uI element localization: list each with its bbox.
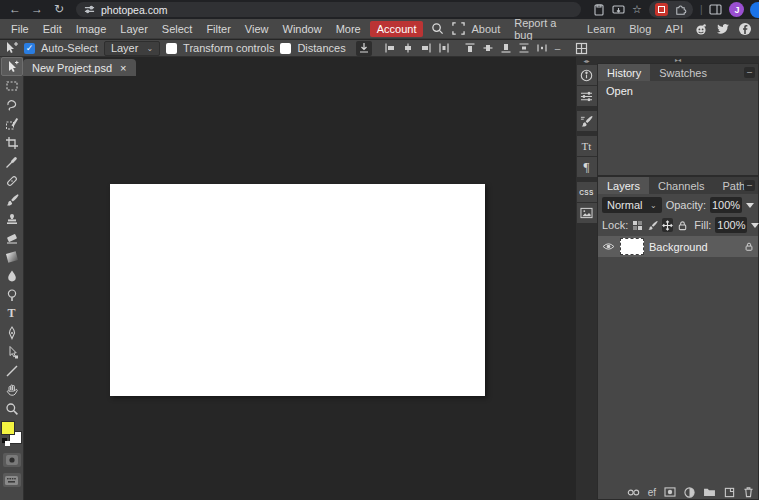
lasso-tool[interactable] bbox=[1, 95, 23, 114]
default-colors-white-icon[interactable] bbox=[5, 441, 10, 446]
align-to-selection-icon[interactable] bbox=[356, 41, 372, 56]
zoom-tool[interactable] bbox=[1, 399, 23, 418]
distribute-v-icon[interactable] bbox=[516, 41, 532, 56]
image-panel-icon[interactable] bbox=[577, 203, 597, 223]
move-tool[interactable] bbox=[1, 57, 23, 76]
menu-filter[interactable]: Filter bbox=[199, 23, 237, 35]
side-panel-icon[interactable] bbox=[709, 4, 722, 15]
address-bar[interactable]: photopea.com bbox=[76, 2, 581, 17]
grid-view-icon[interactable] bbox=[573, 41, 589, 56]
link-layers-icon[interactable] bbox=[627, 488, 640, 497]
brush-settings-panel-icon[interactable] bbox=[577, 111, 597, 131]
type-tool[interactable]: T bbox=[1, 304, 23, 323]
add-mask-icon[interactable] bbox=[664, 487, 676, 497]
blur-tool[interactable] bbox=[1, 266, 23, 285]
install-app-icon[interactable] bbox=[612, 4, 625, 16]
fullscreen-icon[interactable] bbox=[452, 22, 465, 35]
pen-tool[interactable] bbox=[1, 323, 23, 342]
layer-visibility-eye-icon[interactable] bbox=[602, 242, 615, 251]
lock-pixels-icon[interactable] bbox=[647, 218, 658, 232]
document-tab-close-icon[interactable]: × bbox=[120, 62, 126, 74]
browser-profile-avatar[interactable]: J bbox=[729, 2, 744, 17]
new-group-icon[interactable] bbox=[703, 487, 716, 497]
menu-select[interactable]: Select bbox=[155, 23, 200, 35]
search-icon[interactable] bbox=[431, 22, 444, 35]
quick-mask-button[interactable] bbox=[3, 453, 21, 467]
menu-blog[interactable]: Blog bbox=[623, 23, 657, 35]
adjustments-panel-icon[interactable] bbox=[577, 86, 597, 106]
layers-panel-minimize-button[interactable]: – bbox=[744, 180, 755, 191]
opacity-field[interactable]: 100% bbox=[710, 197, 742, 213]
color-swatches[interactable] bbox=[1, 421, 23, 447]
menu-report-bug[interactable]: Report a bug bbox=[508, 17, 579, 41]
align-center-v-icon[interactable] bbox=[480, 41, 496, 56]
eraser-tool[interactable] bbox=[1, 228, 23, 247]
site-settings-icon[interactable] bbox=[84, 4, 95, 15]
tab-channels[interactable]: Channels bbox=[649, 177, 713, 194]
dodge-tool[interactable] bbox=[1, 285, 23, 304]
twitter-icon[interactable] bbox=[716, 22, 730, 36]
target-select-dropdown[interactable]: Layer ⌄ bbox=[104, 41, 160, 56]
layer-thumbnail[interactable] bbox=[620, 238, 644, 255]
menu-about[interactable]: About bbox=[465, 23, 506, 35]
rectangle-select-tool[interactable] bbox=[1, 76, 23, 95]
browser-reload-icon[interactable]: ↻ bbox=[50, 0, 68, 19]
align-center-h-icon[interactable] bbox=[400, 41, 416, 56]
spot-heal-tool[interactable] bbox=[1, 171, 23, 190]
clipboard-icon[interactable] bbox=[593, 3, 605, 16]
crop-tool[interactable] bbox=[1, 133, 23, 152]
menu-learn[interactable]: Learn bbox=[581, 23, 621, 35]
auto-select-checkbox[interactable]: ✓ bbox=[24, 43, 35, 54]
eyedropper-tool[interactable] bbox=[1, 152, 23, 171]
menu-layer[interactable]: Layer bbox=[113, 23, 155, 35]
gradient-tool[interactable] bbox=[1, 247, 23, 266]
menu-file[interactable]: File bbox=[4, 23, 36, 35]
opacity-slider-icon[interactable] bbox=[746, 203, 754, 208]
document-tab[interactable]: New Project.psd × bbox=[23, 59, 136, 76]
align-top-icon[interactable] bbox=[462, 41, 478, 56]
hand-tool[interactable] bbox=[1, 380, 23, 399]
layer-row-background[interactable]: Background bbox=[598, 236, 758, 257]
new-layer-icon[interactable] bbox=[724, 487, 735, 498]
fill-slider-icon[interactable] bbox=[751, 223, 759, 228]
reddit-icon[interactable] bbox=[694, 22, 708, 36]
tab-layers[interactable]: Layers bbox=[598, 177, 649, 194]
transform-controls-checkbox[interactable] bbox=[166, 43, 177, 54]
align-left-icon[interactable] bbox=[382, 41, 398, 56]
browser-back-icon[interactable]: ← bbox=[6, 0, 24, 19]
facebook-icon[interactable] bbox=[738, 22, 752, 36]
lock-transparency-icon[interactable] bbox=[632, 218, 643, 232]
history-panel-minimize-button[interactable]: – bbox=[744, 67, 755, 78]
menu-more[interactable]: More bbox=[329, 23, 368, 35]
history-entry-open[interactable]: Open bbox=[598, 81, 758, 101]
line-tool[interactable] bbox=[1, 361, 23, 380]
clone-stamp-tool[interactable] bbox=[1, 209, 23, 228]
lock-all-icon[interactable] bbox=[677, 218, 688, 232]
align-bottom-icon[interactable] bbox=[498, 41, 514, 56]
menu-edit[interactable]: Edit bbox=[36, 23, 69, 35]
character-panel-icon[interactable]: Tt bbox=[577, 136, 597, 156]
menu-window[interactable]: Window bbox=[276, 23, 329, 35]
align-right-icon[interactable] bbox=[418, 41, 434, 56]
path-select-tool[interactable] bbox=[1, 342, 23, 361]
quick-select-tool[interactable] bbox=[1, 114, 23, 133]
dock-collapse-icon[interactable]: ◂▸ bbox=[583, 57, 589, 65]
properties-panel-icon[interactable] bbox=[577, 65, 597, 85]
lock-position-icon[interactable] bbox=[662, 218, 673, 232]
menu-image[interactable]: Image bbox=[69, 23, 114, 35]
keyboard-shortcuts-button[interactable] bbox=[3, 473, 21, 487]
extensions-puzzle-icon[interactable] bbox=[674, 3, 687, 16]
fill-field[interactable]: 100% bbox=[715, 217, 747, 233]
delete-layer-icon[interactable] bbox=[743, 486, 754, 498]
tab-swatches[interactable]: Swatches bbox=[650, 64, 716, 81]
layer-effects-icon[interactable]: ef bbox=[648, 487, 656, 498]
css-panel-icon[interactable]: CSS bbox=[577, 182, 597, 202]
download-extension-icon[interactable] bbox=[655, 3, 668, 16]
foreground-color-swatch[interactable] bbox=[1, 421, 15, 435]
blend-mode-dropdown[interactable]: Normal ⌄ bbox=[602, 197, 662, 213]
distribute-h-icon[interactable] bbox=[436, 41, 452, 56]
distribute-spacing-icon[interactable] bbox=[534, 41, 550, 56]
adjustment-layer-icon[interactable] bbox=[684, 487, 695, 498]
distances-checkbox[interactable] bbox=[280, 43, 291, 54]
document-canvas[interactable] bbox=[110, 184, 485, 396]
